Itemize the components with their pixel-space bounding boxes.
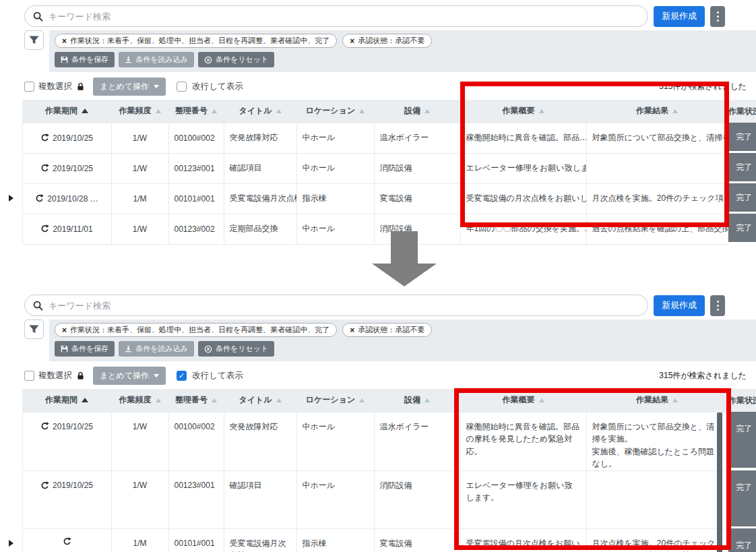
search-box[interactable]	[24, 5, 648, 27]
reset-conditions-button[interactable]: 条件をリセット	[198, 52, 274, 67]
reset-conditions-button[interactable]: 条件をリセット	[198, 341, 274, 357]
kebab-menu-button[interactable]	[710, 6, 725, 27]
cell-frequency: 1/M	[111, 528, 168, 552]
multi-select-checkbox[interactable]	[24, 371, 34, 381]
multi-select-checkbox[interactable]	[24, 82, 34, 92]
col-header-equipment[interactable]: 設備	[374, 389, 460, 412]
cell-equipment: 消防設備	[374, 470, 460, 528]
remove-chip-icon[interactable]: ×	[350, 36, 354, 46]
col-header-status[interactable]: 作業状況	[728, 389, 756, 412]
col-header-number[interactable]: 整理番号	[168, 100, 224, 123]
remove-chip-icon[interactable]: ×	[350, 326, 354, 335]
table-header-row: 作業期間 作業頻度 整理番号 タイトル ロケーション 設備 作業概要 作業結果 …	[0, 100, 756, 123]
cell-number: 00101#001	[168, 183, 224, 214]
create-new-button[interactable]: 新規作成	[654, 6, 705, 27]
bulk-action-button[interactable]: まとめて操作	[93, 367, 166, 385]
cell-frequency: 1/W	[111, 123, 168, 153]
filter-conditions-area: × 作業状況：未着手、保留、処理中、担当者、日程を再調整、業者確認中、完了 × …	[49, 319, 756, 361]
cell-period: 2019/10/25	[22, 470, 111, 528]
filter-button[interactable]	[24, 319, 44, 339]
status-badge: 完了	[728, 214, 756, 242]
filter-chip-approval[interactable]: × 承認状態：承認不要	[342, 34, 432, 48]
col-header-number[interactable]: 整理番号	[168, 389, 224, 412]
table-row: 2019/10/28 ～ 2023/10/281/M00101#001受変電設備…	[0, 528, 756, 552]
expand-cell	[0, 214, 22, 244]
col-header-result[interactable]: 作業結果	[586, 389, 728, 412]
expand-cell	[0, 412, 22, 470]
sort-icon	[212, 398, 217, 402]
repeat-icon	[40, 133, 49, 142]
cell-frequency: 1/W	[111, 470, 168, 528]
wrap-display-label: 改行して表示	[192, 81, 243, 92]
sort-icon	[359, 398, 365, 402]
cell-number: 00100#002	[168, 123, 224, 153]
sort-icon	[424, 398, 430, 402]
col-header-frequency[interactable]: 作業頻度	[111, 389, 168, 412]
cell-period: 2019/10/28 …	[22, 183, 111, 214]
download-icon	[125, 56, 132, 63]
wrap-display-checkbox[interactable]: ✓	[177, 371, 187, 381]
cell-summary: 受変電設備の月次点検をお願いします。	[460, 528, 586, 552]
filter-chip-approval[interactable]: × 承認状態：承認不要	[342, 323, 432, 337]
table-row: 2019/10/251/W00123#001確認項目中ホール消防設備エレベーター…	[0, 153, 756, 183]
remove-chip-icon[interactable]: ×	[62, 326, 67, 335]
cell-status: 完了	[728, 528, 756, 552]
sort-asc-active-icon	[82, 398, 88, 402]
col-header-title[interactable]: タイトル	[224, 100, 296, 123]
wrap-display-checkbox[interactable]	[177, 82, 187, 92]
work-table-before: 作業期間 作業頻度 整理番号 タイトル ロケーション 設備 作業概要 作業結果 …	[0, 100, 756, 245]
filter-button[interactable]	[24, 30, 44, 50]
expand-cell[interactable]	[0, 528, 22, 552]
col-header-title[interactable]: タイトル	[224, 389, 296, 412]
col-header-summary[interactable]: 作業概要	[460, 389, 586, 412]
cell-equipment: 変電設備	[374, 528, 460, 552]
vertical-scrollbar[interactable]	[717, 412, 722, 552]
cell-location: 中ホール	[296, 470, 374, 528]
reset-icon	[204, 56, 212, 64]
result-count: 315件が検索されました	[659, 81, 747, 92]
chevron-down-icon	[154, 85, 159, 88]
sort-icon	[156, 398, 161, 402]
col-header-result[interactable]: 作業結果	[586, 100, 728, 123]
search-input[interactable]	[49, 11, 639, 22]
cell-frequency: 1/W	[111, 412, 168, 470]
table-header-row: 作業期間 作業頻度 整理番号 タイトル ロケーション 設備 作業概要 作業結果 …	[0, 389, 756, 412]
col-header-location[interactable]: ロケーション	[296, 389, 374, 412]
search-input[interactable]	[49, 301, 639, 311]
kebab-menu-button[interactable]	[710, 295, 725, 316]
table-row: 2019/10/251/W00100#002突発故障対応中ホール温水ボイラー稼働…	[0, 123, 756, 153]
expand-cell[interactable]	[0, 183, 22, 214]
save-conditions-button[interactable]: 条件を保存	[55, 52, 115, 67]
expand-row-icon[interactable]	[9, 195, 13, 202]
chip-label: 作業状況：未着手、保留、処理中、担当者、日程を再調整、業者確認中、完了	[70, 36, 329, 46]
col-header-summary[interactable]: 作業概要	[460, 100, 586, 123]
col-header-status[interactable]: 作業状況	[728, 100, 756, 123]
col-header-frequency[interactable]: 作業頻度	[111, 100, 168, 123]
col-header-equipment[interactable]: 設備	[374, 100, 460, 123]
search-box[interactable]	[24, 295, 648, 316]
down-arrow-graphic	[372, 231, 437, 286]
cell-title: 確認項目	[224, 470, 296, 528]
search-icon	[33, 301, 43, 311]
cell-period: 2019/10/25	[22, 153, 111, 183]
create-new-button[interactable]: 新規作成	[654, 295, 705, 316]
save-conditions-button[interactable]: 条件を保存	[55, 341, 115, 357]
sort-icon	[156, 109, 161, 113]
filter-chip-work-status[interactable]: × 作業状況：未着手、保留、処理中、担当者、日程を再調整、業者確認中、完了	[55, 34, 337, 48]
load-conditions-button[interactable]: 条件を読み込み	[119, 52, 194, 67]
expand-row-icon[interactable]	[9, 540, 13, 547]
result-count: 315件が検索されました	[659, 370, 747, 381]
cell-summary: 稼働開始時に異音を確認。部品…	[460, 123, 586, 153]
status-badge: 完了	[728, 470, 756, 526]
filter-chip-work-status[interactable]: × 作業状況：未着手、保留、処理中、担当者、日程を再調整、業者確認中、完了	[55, 323, 337, 337]
lock-icon	[76, 371, 85, 380]
remove-chip-icon[interactable]: ×	[62, 36, 67, 46]
repeat-icon	[40, 422, 49, 431]
sort-icon	[539, 398, 544, 402]
bulk-action-button[interactable]: まとめて操作	[93, 78, 166, 96]
expand-cell	[0, 123, 22, 153]
col-header-period[interactable]: 作業期間	[22, 389, 111, 412]
col-header-location[interactable]: ロケーション	[296, 100, 374, 123]
col-header-period[interactable]: 作業期間	[22, 100, 111, 123]
load-conditions-button[interactable]: 条件を読み込み	[119, 341, 194, 357]
